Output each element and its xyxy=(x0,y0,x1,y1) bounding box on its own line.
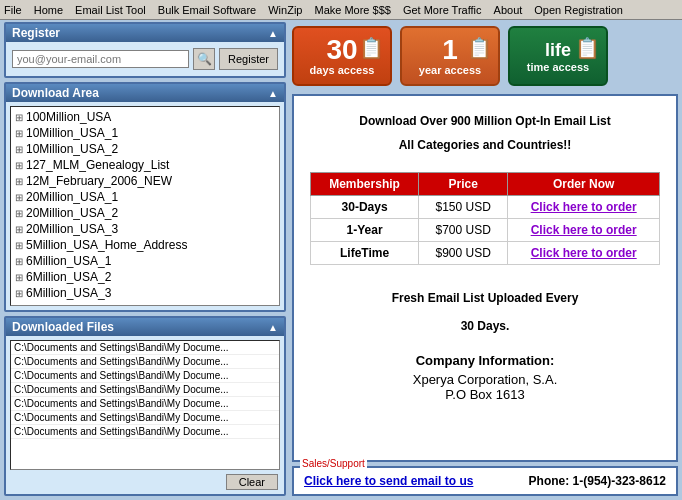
main-scroll: Download Over 900 Million Opt-In Email L… xyxy=(294,96,676,460)
badge-1-year[interactable]: 1 year access 📋 xyxy=(400,26,500,86)
menu-open-registration[interactable]: Open Registration xyxy=(534,4,623,16)
list-item[interactable]: ⊞10Million_USA_1 xyxy=(13,125,277,141)
downloaded-files-list: C:\Documents and Settings\Bandi\My Docum… xyxy=(10,340,280,470)
badge-life-bottom: time access xyxy=(527,61,589,73)
downloaded-file-item[interactable]: C:\Documents and Settings\Bandi\My Docum… xyxy=(11,341,279,355)
content-title: Download Over 900 Million Opt-In Email L… xyxy=(310,108,660,156)
send-email-link[interactable]: Click here to send email to us xyxy=(304,474,473,488)
sales-support-wrapper: Sales/Support Click here to send email t… xyxy=(292,466,678,496)
menu-make-more[interactable]: Make More $$$ xyxy=(314,4,390,16)
phone-info: Phone: 1-(954)-323-8612 xyxy=(529,474,666,488)
downloaded-files-header[interactable]: Downloaded Files ▲ xyxy=(6,318,284,336)
plus-icon: ⊞ xyxy=(15,288,23,299)
list-item[interactable]: ⊞20Million_USA_1 xyxy=(13,189,277,205)
menu-about[interactable]: About xyxy=(494,4,523,16)
menu-file[interactable]: File xyxy=(4,4,22,16)
phone-number: 1-(954)-323-8612 xyxy=(573,474,666,488)
order-link[interactable]: Click here to order xyxy=(531,223,637,237)
badge-30-number: 30 xyxy=(326,36,357,64)
order-link[interactable]: Click here to order xyxy=(531,246,637,260)
company-name: Xperya Corporation, S.A. xyxy=(310,372,660,387)
plus-icon: ⊞ xyxy=(15,176,23,187)
downloaded-files-arrow-icon: ▲ xyxy=(268,322,278,333)
fresh-text: Fresh Email List Uploaded Every 30 Days. xyxy=(310,281,660,337)
main-content-area: Download Over 900 Million Opt-In Email L… xyxy=(292,94,678,462)
register-body: 🔍 Register xyxy=(6,42,284,76)
left-panel: Register ▲ 🔍 Register Download Area ▲ ⊞1… xyxy=(4,22,286,496)
order-cell[interactable]: Click here to order xyxy=(508,195,660,218)
list-item[interactable]: ⊞100Million_USA xyxy=(13,109,277,125)
table-row: 1-Year $700 USD Click here to order xyxy=(311,218,660,241)
downloaded-file-item[interactable]: C:\Documents and Settings\Bandi\My Docum… xyxy=(11,425,279,439)
download-list: ⊞100Million_USA⊞10Million_USA_1⊞10Millio… xyxy=(11,107,279,305)
right-panel: 30 days access 📋 1 year access 📋 life ti… xyxy=(292,22,678,496)
email-field[interactable] xyxy=(12,50,189,68)
menu-get-more-traffic[interactable]: Get More Traffic xyxy=(403,4,482,16)
title-line2: All Categories and Countries!! xyxy=(399,138,572,152)
menu-email-list-tool[interactable]: Email List Tool xyxy=(75,4,146,16)
badge-lifetime[interactable]: life time access 📋 xyxy=(508,26,608,86)
register-title: Register xyxy=(12,26,60,40)
badge-life-top: life xyxy=(545,40,571,61)
plan-cell: 1-Year xyxy=(311,218,419,241)
badge-30-text: days access xyxy=(310,64,375,76)
col-order: Order Now xyxy=(508,172,660,195)
list-item[interactable]: ⊞20Million_USA_3 xyxy=(13,221,277,237)
register-button[interactable]: Register xyxy=(219,48,278,70)
list-item[interactable]: ⊞10Million_USA_2 xyxy=(13,141,277,157)
register-arrow-icon: ▲ xyxy=(268,28,278,39)
col-price: Price xyxy=(419,172,508,195)
company-info-title: Company Information: xyxy=(310,353,660,368)
plus-icon: ⊞ xyxy=(15,272,23,283)
price-cell: $900 USD xyxy=(419,241,508,264)
list-item[interactable]: ⊞20Million_USA_2 xyxy=(13,205,277,221)
col-membership: Membership xyxy=(311,172,419,195)
list-item[interactable]: ⊞6Million_USA_3 xyxy=(13,285,277,301)
badge-30-icon: 📋 xyxy=(359,36,384,60)
plus-icon: ⊞ xyxy=(15,224,23,235)
company-addr: P.O Box 1613 xyxy=(310,387,660,402)
list-item[interactable]: ⊞6Million_USA_2 xyxy=(13,269,277,285)
access-badges: 30 days access 📋 1 year access 📋 life ti… xyxy=(292,22,678,90)
price-cell: $700 USD xyxy=(419,218,508,241)
title-line1: Download Over 900 Million Opt-In Email L… xyxy=(359,114,610,128)
download-section: Download Area ▲ ⊞100Million_USA⊞10Millio… xyxy=(4,82,286,312)
search-button[interactable]: 🔍 xyxy=(193,48,215,70)
downloaded-file-item[interactable]: C:\Documents and Settings\Bandi\My Docum… xyxy=(11,383,279,397)
plan-cell: LifeTime xyxy=(311,241,419,264)
plus-icon: ⊞ xyxy=(15,208,23,219)
badge-30-days[interactable]: 30 days access 📋 xyxy=(292,26,392,86)
list-item[interactable]: ⊞6Million_USA_1 xyxy=(13,253,277,269)
downloaded-file-item[interactable]: C:\Documents and Settings\Bandi\My Docum… xyxy=(11,369,279,383)
clear-btn-wrap: Clear xyxy=(6,472,284,494)
register-header[interactable]: Register ▲ xyxy=(6,24,284,42)
sales-label: Sales/Support xyxy=(300,458,367,469)
fresh-line2: 30 Days. xyxy=(461,319,510,333)
plus-icon: ⊞ xyxy=(15,256,23,267)
order-cell[interactable]: Click here to order xyxy=(508,218,660,241)
download-header[interactable]: Download Area ▲ xyxy=(6,84,284,102)
plus-icon: ⊞ xyxy=(15,160,23,171)
list-item[interactable]: ⊞5Million_USA_Home_Address xyxy=(13,237,277,253)
plus-icon: ⊞ xyxy=(15,144,23,155)
clear-button[interactable]: Clear xyxy=(226,474,278,490)
table-row: LifeTime $900 USD Click here to order xyxy=(311,241,660,264)
download-title: Download Area xyxy=(12,86,99,100)
pricing-table: Membership Price Order Now 30-Days $150 … xyxy=(310,172,660,265)
order-cell[interactable]: Click here to order xyxy=(508,241,660,264)
download-list-container: ⊞100Million_USA⊞10Million_USA_1⊞10Millio… xyxy=(10,106,280,306)
downloaded-file-item[interactable]: C:\Documents and Settings\Bandi\My Docum… xyxy=(11,355,279,369)
fresh-line1: Fresh Email List Uploaded Every xyxy=(392,291,579,305)
list-item[interactable]: ⊞127_MLM_Genealogy_List xyxy=(13,157,277,173)
downloaded-file-item[interactable]: C:\Documents and Settings\Bandi\My Docum… xyxy=(11,397,279,411)
plan-cell: 30-Days xyxy=(311,195,419,218)
menu-bulk-email-software[interactable]: Bulk Email Software xyxy=(158,4,256,16)
downloaded-file-item[interactable]: C:\Documents and Settings\Bandi\My Docum… xyxy=(11,411,279,425)
list-item[interactable]: ⊞12M_February_2006_NEW xyxy=(13,173,277,189)
menu-home[interactable]: Home xyxy=(34,4,63,16)
plus-icon: ⊞ xyxy=(15,192,23,203)
order-link[interactable]: Click here to order xyxy=(531,200,637,214)
menu-winzip[interactable]: WinZip xyxy=(268,4,302,16)
plus-icon: ⊞ xyxy=(15,240,23,251)
badge-life-icon: 📋 xyxy=(575,36,600,60)
